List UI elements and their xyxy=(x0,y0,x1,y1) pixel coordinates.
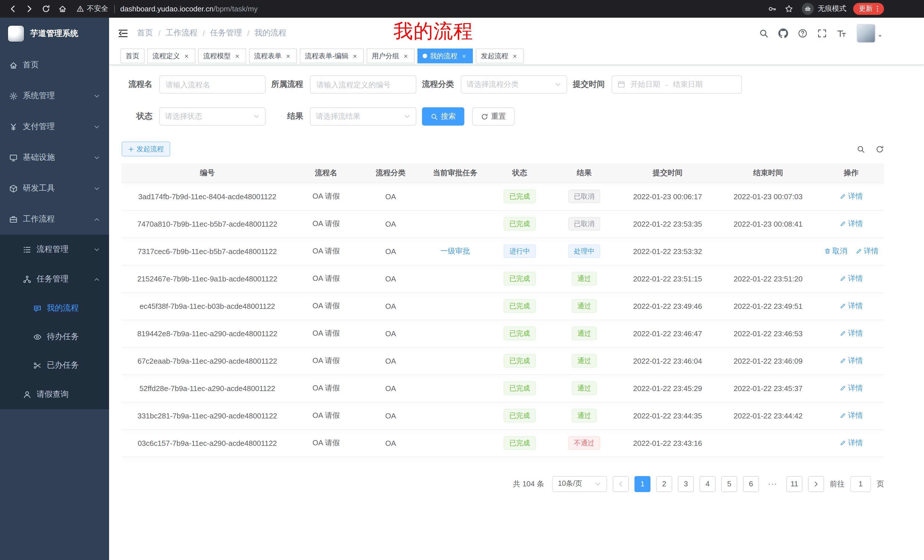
close-icon[interactable] xyxy=(284,52,292,60)
site-security-chip[interactable]: 不安全 xyxy=(76,4,108,14)
forward-arrow-icon[interactable] xyxy=(22,2,36,16)
status-tag: 已完成 xyxy=(504,272,536,285)
close-icon[interactable] xyxy=(510,52,519,60)
tab-process-definition[interactable]: 流程定义 xyxy=(147,48,195,63)
tab-process-model[interactable]: 流程模型 xyxy=(198,48,246,63)
page-button-1[interactable]: 1 xyxy=(634,476,651,492)
key-icon[interactable] xyxy=(765,2,780,16)
tab-label: 我的流程 xyxy=(430,51,458,61)
table-row: 331bc281-7b9a-11ec-a290-acde48001122OA 请… xyxy=(122,402,884,429)
submit-time-range-picker[interactable]: 开始日期 - 结束日期 xyxy=(612,75,742,94)
back-arrow-icon[interactable] xyxy=(6,2,20,16)
sidebar-item-payment-manage[interactable]: 支付管理 xyxy=(0,111,109,142)
tab-start-process[interactable]: 发起流程 xyxy=(476,48,524,63)
search-button-label: 搜索 xyxy=(441,111,456,121)
search-toggle-icon[interactable] xyxy=(856,145,865,153)
reload-icon[interactable] xyxy=(39,2,53,16)
detail-link[interactable]: 详情 xyxy=(840,438,863,448)
fullscreen-icon[interactable] xyxy=(814,26,829,40)
close-icon[interactable] xyxy=(460,52,468,60)
app-logo[interactable]: 芋道管理系统 xyxy=(0,18,109,49)
column-header: 操作 xyxy=(818,163,884,183)
sidebar-item-process-manage[interactable]: 流程管理 xyxy=(0,235,109,264)
breadcrumb-item[interactable]: 工作流程 xyxy=(166,28,198,38)
detail-link[interactable]: 详情 xyxy=(840,410,863,421)
process-definition-input[interactable] xyxy=(310,75,416,94)
page-button-2[interactable]: 2 xyxy=(656,476,672,492)
detail-link[interactable]: 详情 xyxy=(840,219,863,229)
url-host: dashboard.yudao.iocoder.cn xyxy=(120,4,214,13)
tab-process-form-edit[interactable]: 流程表单-编辑 xyxy=(300,48,364,63)
pager-ellipsis[interactable]: ··· xyxy=(765,476,781,492)
cell-submit-time: 2022-01-22 23:49:46 xyxy=(617,292,718,320)
sidebar-item-leave-query[interactable]: 请假查询 xyxy=(0,380,109,409)
home-icon[interactable] xyxy=(56,2,70,16)
hamburger-icon[interactable] xyxy=(118,28,129,39)
breadcrumb-item[interactable]: 任务管理 xyxy=(210,28,242,38)
breadcrumb-item[interactable]: 首页 xyxy=(137,28,153,38)
process-definition-label: 所属流程 xyxy=(271,79,310,90)
goto-page-input[interactable] xyxy=(850,476,871,492)
help-icon[interactable] xyxy=(795,26,810,40)
cell-result: 通过 xyxy=(551,320,617,347)
prev-page-button[interactable] xyxy=(613,476,629,492)
chevron-down-icon xyxy=(253,113,260,120)
tab-home[interactable]: 首页 xyxy=(120,48,144,63)
star-icon[interactable] xyxy=(782,2,796,16)
sidebar-item-devtools[interactable]: 研发工具 xyxy=(0,173,109,204)
address-bar[interactable]: dashboard.yudao.iocoder.cn/bpm/task/my xyxy=(120,4,258,13)
page-button-11[interactable]: 11 xyxy=(786,476,802,492)
page-button-4[interactable]: 4 xyxy=(700,476,716,492)
column-header: 流程名 xyxy=(293,163,359,183)
page-button-5[interactable]: 5 xyxy=(721,476,737,492)
search-icon[interactable] xyxy=(756,26,771,40)
font-size-icon[interactable] xyxy=(834,26,849,40)
close-icon[interactable] xyxy=(182,52,190,60)
refresh-table-icon[interactable] xyxy=(876,145,884,153)
annotation-overlay: 我的流程 xyxy=(393,21,473,41)
process-name-input[interactable] xyxy=(159,75,266,94)
current-task-link[interactable]: 一级审批 xyxy=(440,247,470,255)
reset-button[interactable]: 重置 xyxy=(472,107,514,126)
category-select[interactable]: 请选择流程分类 xyxy=(461,75,567,94)
page-button-3[interactable]: 3 xyxy=(678,476,694,492)
tab-my-process[interactable]: 我的流程 xyxy=(417,48,473,63)
detail-link[interactable]: 详情 xyxy=(840,356,863,366)
cell-category: OA xyxy=(359,238,422,265)
action-label: 详情 xyxy=(848,410,863,421)
user-avatar[interactable] xyxy=(856,24,883,42)
search-button[interactable]: 搜索 xyxy=(422,107,464,126)
sidebar-item-my-process[interactable]: 我的流程 xyxy=(0,294,109,322)
filter-category: 流程分类 请选择流程分类 xyxy=(422,75,567,94)
chrome-update-button[interactable]: 更新 xyxy=(853,3,884,15)
result-select[interactable]: 请选择流结果 xyxy=(310,107,416,126)
sidebar-item-workflow[interactable]: 工作流程 xyxy=(0,204,109,235)
detail-link[interactable]: 详情 xyxy=(840,328,863,338)
sidebar-item-system-manage[interactable]: 系统管理 xyxy=(0,81,109,111)
tab-user-group[interactable]: 用户分组 xyxy=(367,48,415,63)
action-label: 详情 xyxy=(848,191,863,202)
status-select[interactable]: 请选择状态 xyxy=(159,107,266,126)
github-icon[interactable] xyxy=(776,26,790,40)
page-size-select[interactable]: 10条/页 xyxy=(552,476,607,492)
detail-link[interactable]: 详情 xyxy=(840,191,863,202)
next-page-button[interactable] xyxy=(808,476,824,492)
detail-link[interactable]: 详情 xyxy=(840,273,863,284)
sidebar-item-task-manage[interactable]: 任务管理 xyxy=(0,264,109,294)
sidebar-item-infrastructure[interactable]: 基础设施 xyxy=(0,142,109,173)
cancel-link[interactable]: 取消 xyxy=(824,246,847,256)
close-icon[interactable] xyxy=(233,52,241,60)
detail-link[interactable]: 详情 xyxy=(840,301,863,311)
cell-status: 已完成 xyxy=(488,320,551,347)
result-tag: 已取消 xyxy=(568,190,600,203)
close-icon[interactable] xyxy=(351,52,358,60)
detail-link[interactable]: 详情 xyxy=(855,246,879,256)
start-process-button[interactable]: 发起流程 xyxy=(122,142,170,156)
page-button-6[interactable]: 6 xyxy=(743,476,759,492)
close-icon[interactable] xyxy=(402,52,410,60)
sidebar-item-todo-task[interactable]: 待办任务 xyxy=(0,322,109,351)
sidebar-item-home[interactable]: 首页 xyxy=(0,49,109,81)
sidebar-item-done-task[interactable]: 已办任务 xyxy=(0,351,109,380)
detail-link[interactable]: 详情 xyxy=(840,383,863,393)
tab-process-form[interactable]: 流程表单 xyxy=(249,48,297,63)
